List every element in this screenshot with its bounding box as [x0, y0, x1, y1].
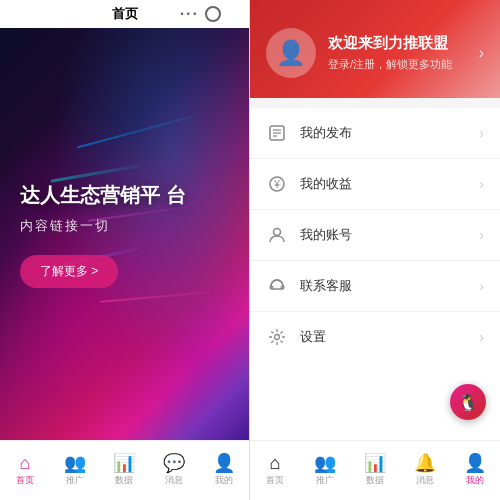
- my-publish-icon: [266, 122, 288, 144]
- nav-label-home: 首页: [16, 474, 34, 487]
- nav-item-home[interactable]: ⌂ 首页: [0, 454, 50, 487]
- nav-label-data-right: 数据: [366, 474, 384, 487]
- nav-label-promote: 推广: [66, 474, 84, 487]
- profile-subtitle: 登录/注册，解锁更多功能: [328, 57, 467, 72]
- nav-item-promote-right[interactable]: 👥 推广: [300, 454, 350, 487]
- phone-right: 👤 欢迎来到力推联盟 登录/注册，解锁更多功能 › 我的发布: [250, 0, 500, 500]
- bottom-nav-right: ⌂ 首页 👥 推广 📊 数据 🔔 消息 👤 我的: [250, 440, 500, 500]
- fab-icon: 🐧: [458, 393, 478, 412]
- my-publish-label: 我的发布: [300, 124, 479, 142]
- my-account-icon: [266, 224, 288, 246]
- nav-label-bell-right: 消息: [416, 474, 434, 487]
- profile-header[interactable]: 👤 欢迎来到力推联盟 登录/注册，解锁更多功能 ›: [250, 0, 500, 98]
- me-icon-right: 👤: [464, 454, 486, 472]
- home-icon-right: ⌂: [270, 454, 281, 472]
- menu-item-settings[interactable]: 设置 ›: [250, 312, 500, 362]
- right-wrapper: 👤 欢迎来到力推联盟 登录/注册，解锁更多功能 › 我的发布: [250, 0, 500, 500]
- home-icon: ⌂: [19, 454, 30, 472]
- my-publish-arrow-icon: ›: [479, 125, 484, 141]
- my-earnings-arrow-icon: ›: [479, 176, 484, 192]
- customer-service-arrow-icon: ›: [479, 278, 484, 294]
- dots-icon[interactable]: ···: [180, 5, 199, 23]
- svg-point-9: [275, 335, 280, 340]
- learn-more-button[interactable]: 了解更多 >: [20, 255, 118, 288]
- nav-item-data[interactable]: 📊 数据: [100, 454, 150, 487]
- profile-text: 欢迎来到力推联盟 登录/注册，解锁更多功能: [328, 34, 467, 72]
- nav-item-me-right[interactable]: 👤 我的: [450, 454, 500, 487]
- hero-banner: 达人生态营销平 台 内容链接一切 了解更多 >: [0, 28, 249, 440]
- nav-label-home-right: 首页: [266, 474, 284, 487]
- avatar: 👤: [266, 28, 316, 78]
- promote-icon-right: 👥: [314, 454, 336, 472]
- bell-icon-right: 🔔: [414, 454, 436, 472]
- my-account-arrow-icon: ›: [479, 227, 484, 243]
- bottom-nav-left: ⌂ 首页 👥 推广 📊 数据 💬 消息 👤 我的: [0, 440, 249, 500]
- fab-button[interactable]: 🐧: [450, 384, 486, 420]
- hero-title: 达人生态营销平 台: [20, 181, 186, 209]
- status-bar-left: 首页 ···: [0, 0, 249, 28]
- nav-item-me-left[interactable]: 👤 我的: [199, 454, 249, 487]
- circle-icon: [205, 6, 221, 22]
- nav-label-promote-right: 推广: [316, 474, 334, 487]
- settings-label: 设置: [300, 328, 479, 346]
- me-icon-left: 👤: [213, 454, 235, 472]
- phone-left: 首页 ··· 达人生态营销平 台 内容链接一切 了解更多 > ⌂ 首页 👥 推广…: [0, 0, 250, 500]
- nav-item-promote[interactable]: 👥 推广: [50, 454, 100, 487]
- data-icon: 📊: [113, 454, 135, 472]
- menu-item-my-publish[interactable]: 我的发布 ›: [250, 108, 500, 159]
- menu-item-my-earnings[interactable]: ¥ 我的收益 ›: [250, 159, 500, 210]
- nav-item-home-right[interactable]: ⌂ 首页: [250, 454, 300, 487]
- menu-item-customer-service[interactable]: 联系客服 ›: [250, 261, 500, 312]
- data-icon-right: 📊: [364, 454, 386, 472]
- customer-service-label: 联系客服: [300, 277, 479, 295]
- nav-item-messages[interactable]: 💬 消息: [149, 454, 199, 487]
- messages-icon: 💬: [163, 454, 185, 472]
- page-title-left: 首页: [112, 5, 138, 23]
- nav-item-bell-right[interactable]: 🔔 消息: [400, 454, 450, 487]
- my-account-label: 我的账号: [300, 226, 479, 244]
- my-earnings-icon: ¥: [266, 173, 288, 195]
- nav-label-me-right: 我的: [466, 474, 484, 487]
- my-earnings-label: 我的收益: [300, 175, 479, 193]
- menu-item-my-account[interactable]: 我的账号 ›: [250, 210, 500, 261]
- nav-label-data: 数据: [115, 474, 133, 487]
- svg-point-6: [274, 229, 281, 236]
- avatar-person-icon: 👤: [276, 39, 306, 67]
- nav-label-messages: 消息: [165, 474, 183, 487]
- hero-subtitle: 内容链接一切: [20, 217, 110, 235]
- profile-chevron-icon: ›: [479, 44, 484, 62]
- profile-title: 欢迎来到力推联盟: [328, 34, 467, 53]
- nav-item-data-right[interactable]: 📊 数据: [350, 454, 400, 487]
- settings-icon: [266, 326, 288, 348]
- customer-service-icon: [266, 275, 288, 297]
- promote-icon: 👥: [64, 454, 86, 472]
- settings-arrow-icon: ›: [479, 329, 484, 345]
- nav-label-me-left: 我的: [215, 474, 233, 487]
- svg-text:¥: ¥: [273, 179, 280, 190]
